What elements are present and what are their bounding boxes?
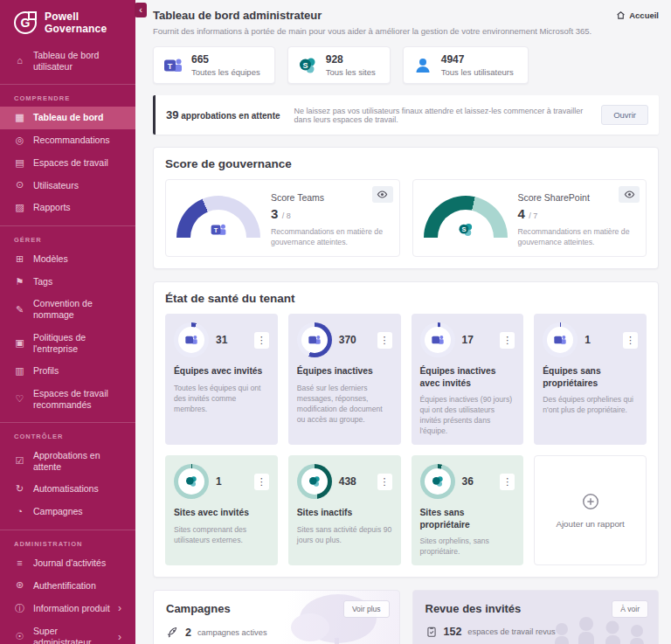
policies-icon: ▣: [14, 337, 25, 350]
approvals-icon: ☑: [14, 455, 25, 467]
sidebar-item-activity-log[interactable]: ≡ Journal d'activités: [0, 552, 135, 575]
guest-review-card: Revue des invités À voir 152 espaces de …: [412, 590, 660, 644]
sharepoint-icon: [431, 474, 445, 488]
sidebar-item-product-info[interactable]: ⓘ Information produit ›: [0, 597, 135, 620]
report-card-inactive-teams[interactable]: 370 ⋮ Équipes inactives Basé sur les der…: [288, 314, 401, 445]
sidebar-item-recommendations[interactable]: ◎ Recommandations: [0, 129, 135, 152]
approvals-banner: 39 approbations en attente Ne laissez pa…: [153, 95, 659, 135]
report-card-teams-without-owners[interactable]: 1 ⋮ Équipes sans propriétaires Des équip…: [534, 314, 647, 445]
teams-icon: [184, 333, 198, 347]
sidebar-item-label: Approbations en attente: [33, 450, 128, 473]
sidebar-item-tags[interactable]: ⚑ Tags: [0, 271, 135, 294]
sharepoint-icon: [308, 474, 322, 488]
section-gerer: GÉRER ⊞ Modèles ⚑ Tags ✎ Convention de n…: [0, 225, 135, 416]
sidebar-item-label: Profils: [33, 365, 59, 377]
report-value: 31: [216, 334, 247, 346]
sidebar-item-company-policies[interactable]: ▣ Politiques de l'entreprise: [0, 327, 135, 360]
sidebar-item-label: Utilisateurs: [33, 180, 79, 191]
sidebar-item-label: Tableau de bord utilisateur: [33, 50, 128, 73]
sidebar-item-label: Campagnes: [33, 506, 83, 517]
sidebar-item-label: Automatisations: [33, 483, 99, 495]
sidebar-item-pending-approvals[interactable]: ☑ Approbations en attente: [0, 445, 135, 478]
sidebar-item-super-admin[interactable]: ☉ Super administrateur ›: [0, 620, 135, 644]
teams-icon: T: [163, 55, 183, 76]
view-teams-score-button[interactable]: [372, 186, 393, 203]
banner-title: 39 approbations en attente: [166, 108, 280, 121]
sharepoint-score-gauge: S: [424, 196, 508, 239]
card-menu-button[interactable]: ⋮: [377, 332, 392, 349]
stat-value: 928: [326, 53, 376, 66]
score-teams-card: T Score Teams 3 / 8 Recommandations en m…: [165, 179, 400, 257]
stat-card-all-sites[interactable]: S 928 Tous les sites: [287, 46, 391, 84]
sidebar-item-workspaces[interactable]: ▤ Espaces de travail: [0, 152, 135, 175]
reports-icon: ▨: [14, 202, 25, 214]
report-description: Toutes les équipes qui ont des invités c…: [174, 383, 269, 414]
sidebar-collapse-button[interactable]: ‹: [135, 3, 147, 17]
add-report-card[interactable]: Ajouter un rapport: [534, 455, 647, 565]
card-menu-button[interactable]: ⋮: [500, 332, 515, 349]
sharepoint-icon: S: [297, 55, 318, 76]
report-name: Équipes inactives avec invités: [420, 365, 515, 389]
teams-icon: [308, 333, 322, 347]
profiles-icon: ▥: [14, 365, 25, 377]
open-approvals-button[interactable]: Ouvrir: [601, 105, 648, 125]
powell-logo-icon: G: [14, 11, 37, 34]
score-description: Recommandations en matière de gouvernanc…: [518, 226, 636, 247]
report-card-inactive-sites[interactable]: 438 ⋮ Sites inactifs Sites sans activité…: [288, 455, 401, 565]
report-value: 36: [462, 475, 494, 488]
clipboard-check-icon: [425, 626, 438, 638]
sidebar: G Powell Governance ⌂ Tableau de bord ut…: [0, 0, 135, 644]
report-card-inactive-teams-with-guests[interactable]: 17 ⋮ Équipes inactives avec invités Équi…: [412, 314, 524, 445]
sidebar-item-label: Espaces de travail: [33, 157, 108, 169]
report-value: 438: [339, 475, 370, 488]
stat-card-all-teams[interactable]: T 665 Toutes les équipes: [153, 46, 275, 84]
sidebar-item-recommended-workspaces[interactable]: ♡ Espaces de travail recommandés: [0, 383, 135, 416]
home-link[interactable]: Accueil: [616, 10, 659, 20]
sidebar-item-naming-convention[interactable]: ✎ Convention de nommage: [0, 293, 135, 326]
campaigns-see-more-button[interactable]: Voir plus: [343, 600, 390, 618]
sidebar-item-profiles[interactable]: ▥ Profils: [0, 360, 135, 383]
report-card-sites-without-owner[interactable]: 36 ⋮ Sites sans propriétaire Sites orphe…: [412, 455, 524, 565]
report-description: Équipes inactives (90 jours) qui ont des…: [420, 394, 515, 436]
card-menu-button[interactable]: ⋮: [254, 332, 269, 349]
teams-icon: [431, 333, 445, 347]
stat-label: Tous les utilisateurs: [441, 67, 514, 77]
report-name: Sites sans propriétaire: [420, 507, 515, 530]
card-menu-button[interactable]: ⋮: [623, 332, 638, 349]
sidebar-item-dashboard[interactable]: ▦ Tableau de bord: [0, 107, 135, 129]
sidebar-item-campaigns[interactable]: ◔ Campagnes: [0, 501, 135, 523]
brand-line1: Powell: [45, 10, 79, 23]
approvals-title: approbations en attente: [181, 111, 280, 121]
sidebar-item-users[interactable]: ⊙ Utilisateurs: [0, 174, 135, 197]
sidebar-item-reports[interactable]: ▨ Rapports: [0, 197, 135, 219]
plus-circle-icon: [581, 492, 600, 511]
report-card-teams-with-guests[interactable]: 31 ⋮ Équipes avec invités Toutes les équ…: [165, 314, 278, 445]
info-icon: ⓘ: [14, 603, 25, 615]
user-icon: [412, 55, 433, 76]
progress-ring: [543, 322, 578, 357]
guest-review-button[interactable]: À voir: [612, 600, 648, 618]
sidebar-item-user-dashboard[interactable]: ⌂ Tableau de bord utilisateur: [0, 45, 135, 78]
section-controler: CONTRÔLER ☑ Approbations en attente ↻ Au…: [0, 422, 135, 523]
sidebar-item-templates[interactable]: ⊞ Modèles: [0, 248, 135, 271]
card-menu-button[interactable]: ⋮: [500, 474, 515, 490]
campaigns-icon: ◔: [14, 506, 25, 518]
sidebar-item-automations[interactable]: ↻ Automatisations: [0, 478, 135, 501]
sharepoint-icon: S: [457, 221, 474, 239]
stat-card-all-users[interactable]: 4947 Tous les utilisateurs: [403, 46, 529, 84]
report-value: 370: [339, 334, 370, 346]
card-menu-button[interactable]: ⋮: [254, 474, 269, 490]
users-icon: ⊙: [14, 179, 25, 191]
governance-score-panel: Score de gouvernance T: [153, 147, 659, 269]
chevron-right-icon: ›: [118, 602, 128, 615]
view-sharepoint-score-button[interactable]: [619, 186, 640, 203]
approvals-count: 39: [166, 108, 178, 121]
svg-text:S: S: [461, 225, 466, 233]
card-menu-button[interactable]: ⋮: [377, 474, 392, 490]
progress-ring: [174, 464, 209, 499]
report-card-sites-with-guests[interactable]: 1 ⋮ Sites avec invités Sites comprenant …: [165, 455, 278, 565]
sidebar-item-authentication[interactable]: ⊛ Authentification: [0, 574, 135, 597]
eye-icon: [377, 189, 388, 200]
section-title: COMPRENDRE: [0, 91, 135, 107]
sidebar-item-label: Politiques de l'entreprise: [33, 332, 128, 355]
